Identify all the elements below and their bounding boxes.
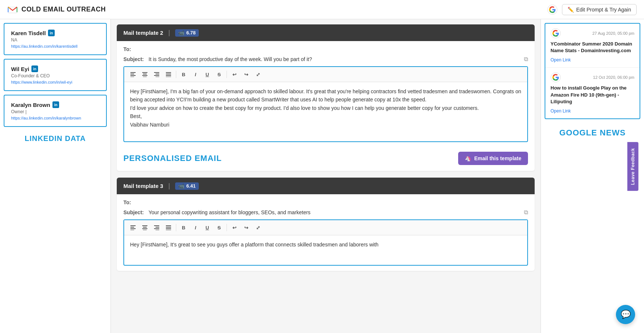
left-sidebar: Karen Tisdell in NA https://au.linkedin.… <box>0 19 111 333</box>
copy-subject-icon-2[interactable]: ⧉ <box>524 56 528 63</box>
redo-btn-3[interactable]: ↪ <box>241 222 251 233</box>
strikethrough-btn-3[interactable]: S <box>214 222 224 233</box>
contact-title-karen: NA <box>11 37 99 43</box>
contact-card-wil: Wil Eyi in Co-Founder & CEO https://www.… <box>4 59 107 91</box>
feedback-tab[interactable]: Leave Feedback <box>627 142 638 191</box>
contact-link-wil[interactable]: https://www.linkedin.com/in/wil-eyi <box>11 80 99 84</box>
divider-3: | <box>168 182 170 190</box>
underline-btn-2[interactable]: U <box>202 69 212 80</box>
strikethrough-btn-2[interactable]: S <box>214 69 224 80</box>
mail-footer-2: PERSONALISED EMAIL 🦄 Email this template <box>117 147 535 171</box>
editor-toolbar-2: B I U S ↩ ↪ ⤢ <box>124 67 527 82</box>
redo-btn-2[interactable]: ↪ <box>241 69 251 80</box>
svg-rect-22 <box>142 225 147 226</box>
undo-btn-2[interactable]: ↩ <box>229 69 239 80</box>
align-left-btn-2[interactable] <box>128 69 138 80</box>
mail-to-row-3: To: <box>123 199 528 205</box>
svg-rect-19 <box>130 227 134 228</box>
undo-btn-3[interactable]: ↩ <box>229 222 239 233</box>
gmail-icon <box>7 4 18 15</box>
mail-body-3: To: Subject: Your personal copywriting a… <box>117 194 535 271</box>
linkedin-data-label: LINKEDIN DATA <box>0 134 110 143</box>
svg-rect-25 <box>143 230 147 230</box>
underline-btn-3[interactable]: U <box>202 222 212 233</box>
svg-rect-31 <box>166 227 171 228</box>
expand-btn-3[interactable]: ⤢ <box>253 222 263 233</box>
svg-rect-16 <box>166 75 171 76</box>
svg-rect-15 <box>166 74 171 74</box>
contact-link-karalyn[interactable]: https://au.linkedin.com/in/karalynbrown <box>11 116 99 120</box>
svg-rect-13 <box>156 77 159 77</box>
mail-card-2: Mail template 2 | 📹 6.78 To: Subject: It… <box>117 24 535 171</box>
divider-2: | <box>168 29 170 37</box>
email-template-btn-label-2: Email this template <box>474 155 521 161</box>
score-value-3: 6.41 <box>186 183 195 189</box>
score-badge-3: 📹 6.41 <box>175 182 198 190</box>
svg-rect-2 <box>130 72 136 73</box>
email-body-editor-3[interactable]: Hey [FirstName], It's great to see you g… <box>124 235 527 265</box>
align-center-btn-2[interactable] <box>140 69 150 80</box>
mail-subject-value-2: It is Sunday, the most productive day of… <box>149 56 521 62</box>
svg-rect-6 <box>142 72 147 73</box>
align-right-btn-2[interactable] <box>151 69 162 80</box>
google-logo-news-2 <box>551 72 561 83</box>
toolbar-div-2-2 <box>226 71 227 78</box>
email-template-btn-2[interactable]: 🦄 Email this template <box>458 152 528 165</box>
svg-rect-21 <box>130 230 134 230</box>
editor-container-2: B I U S ↩ ↪ ⤢ Hey [FirstName], I'm a big… <box>123 66 528 142</box>
contact-link-karen[interactable]: https://au.linkedin.com/in/karentisdell <box>11 44 99 48</box>
header-left: COLD EMAIL OUTREACH <box>7 4 106 15</box>
contact-title-wil: Co-Founder & CEO <box>11 73 99 78</box>
mail-card-header-3: Mail template 3 | 📹 6.41 <box>117 178 535 194</box>
svg-rect-17 <box>166 77 171 77</box>
svg-rect-33 <box>166 230 171 230</box>
svg-rect-24 <box>142 228 147 229</box>
news-item-top-2: 12 Oct 2020, 06:00 pm <box>551 72 634 83</box>
svg-rect-14 <box>166 72 171 73</box>
toolbar-div-2-3 <box>226 224 227 231</box>
edit-prompt-button[interactable]: ✏️ Edit Prompt & Try Again <box>562 4 637 15</box>
svg-rect-4 <box>130 75 136 76</box>
bold-btn-3[interactable]: B <box>178 222 189 233</box>
center-content: Mail template 2 | 📹 6.78 To: Subject: It… <box>111 19 541 333</box>
svg-rect-20 <box>130 228 136 229</box>
contact-card-karen: Karen Tisdell in NA https://au.linkedin.… <box>4 23 107 55</box>
news-link-2[interactable]: Open Link <box>551 108 571 114</box>
bold-btn-2[interactable]: B <box>178 69 189 80</box>
score-icon-2: 📹 <box>178 30 184 36</box>
news-date-2: 12 Oct 2020, 06:00 pm <box>593 75 634 80</box>
align-right-btn-3[interactable] <box>151 222 162 233</box>
score-value-2: 6.78 <box>186 30 195 36</box>
news-panel: 27 Aug 2020, 05:00 pm YCombinator Summer… <box>545 23 640 119</box>
mail-card-header-2: Mail template 2 | 📹 6.78 <box>117 24 535 41</box>
copy-subject-icon-3[interactable]: ⧉ <box>524 209 528 216</box>
svg-rect-18 <box>130 225 136 226</box>
align-justify-btn-2[interactable] <box>163 69 174 80</box>
italic-btn-2[interactable]: I <box>190 69 201 80</box>
svg-rect-7 <box>143 74 147 74</box>
svg-rect-11 <box>156 74 159 74</box>
editor-toolbar-3: B I U S ↩ ↪ ⤢ <box>124 220 527 235</box>
align-justify-btn-3[interactable] <box>163 222 174 233</box>
mail-subject-value-3: Your personal copywriting assistant for … <box>149 209 521 215</box>
news-link-1[interactable]: Open Link <box>551 57 571 63</box>
mail-subject-row-2: Subject: It is Sunday, the most producti… <box>123 56 528 63</box>
align-left-btn-3[interactable] <box>128 222 138 233</box>
news-date-1: 27 Aug 2020, 05:00 pm <box>592 31 634 36</box>
personalised-label-2: PERSONALISED EMAIL <box>123 154 222 163</box>
contact-name-karen: Karen Tisdell in <box>11 30 99 36</box>
email-body-editor-2[interactable]: Hey [FirstName], I'm a big fan of your o… <box>124 82 527 141</box>
mail-to-row-2: To: <box>123 46 528 52</box>
toolbar-div-1-2 <box>176 71 176 78</box>
svg-rect-30 <box>166 225 171 226</box>
email-template-emoji-2: 🦄 <box>465 155 471 161</box>
italic-btn-3[interactable]: I <box>190 222 201 233</box>
svg-rect-9 <box>143 77 147 77</box>
contact-name-karalyn: Karalyn Brown in <box>11 101 99 108</box>
news-item-2: 12 Oct 2020, 06:00 pm How to install Goo… <box>545 68 640 118</box>
chat-bubble[interactable]: 💬 <box>616 305 635 324</box>
contact-title-karalyn: Owner | <box>11 109 99 114</box>
expand-btn-2[interactable]: ⤢ <box>253 69 263 80</box>
align-center-btn-3[interactable] <box>140 222 150 233</box>
news-item-top-1: 27 Aug 2020, 05:00 pm <box>551 28 634 38</box>
